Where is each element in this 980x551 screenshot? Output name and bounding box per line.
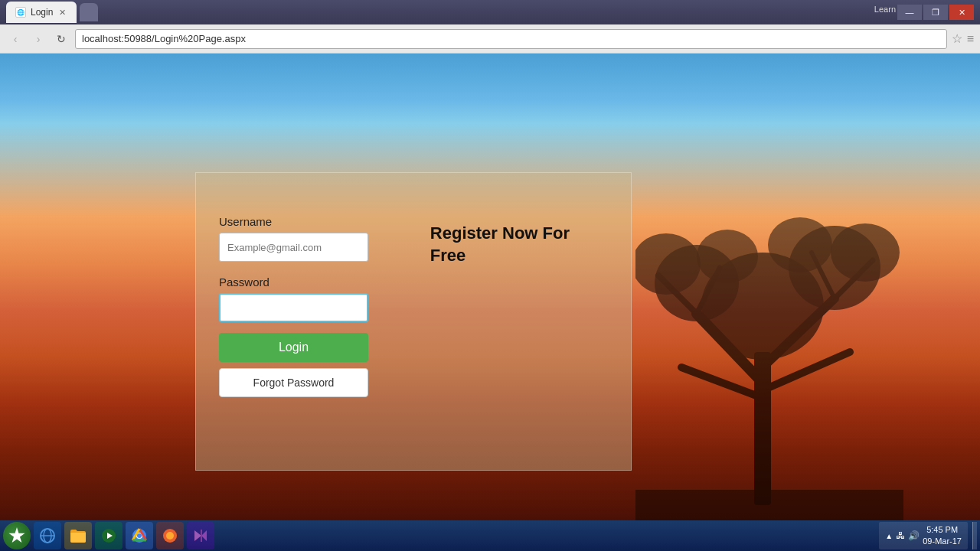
folder-icon [70, 528, 87, 543]
taskbar-ie[interactable] [34, 522, 61, 549]
username-label: Username [219, 215, 395, 228]
bookmark-icon[interactable]: ☆ [952, 31, 962, 46]
ie-icon [39, 527, 56, 544]
firefox-icon [162, 527, 178, 544]
close-button[interactable]: ✕ [949, 5, 974, 20]
username-input[interactable] [219, 233, 368, 262]
nav-bar: ‹ › ↻ ☆ ≡ [0, 24, 980, 54]
tray-volume[interactable]: 🔊 [908, 530, 920, 541]
svg-point-16 [768, 217, 832, 272]
clock: 5:45 PM 09-Mar-17 [923, 524, 962, 548]
extensions-icon[interactable]: ≡ [967, 32, 974, 46]
login-form: Username Password Login Forgot Password [219, 215, 395, 397]
tab-favicon-icon: 🌐 [15, 7, 26, 18]
title-bar: 🌐 Login ✕ Learn — ❐ ✕ [0, 0, 980, 24]
svg-point-15 [697, 230, 758, 283]
register-line2: Free [430, 245, 570, 267]
chrome-icon [131, 527, 148, 544]
svg-point-24 [137, 533, 142, 538]
tree-silhouette [635, 199, 903, 520]
show-desktop-button[interactable] [972, 522, 977, 549]
taskbar-media[interactable] [95, 522, 122, 549]
svg-rect-27 [201, 530, 202, 542]
page-content: Username Password Login Forgot Password … [0, 54, 980, 520]
sys-tray: ▲ 🖧 🔊 5:45 PM 09-Mar-17 [879, 522, 968, 549]
register-line1: Register Now For [430, 223, 570, 245]
active-tab[interactable]: 🌐 Login ✕ [6, 2, 77, 23]
svg-point-26 [166, 532, 174, 540]
media-icon [100, 527, 117, 544]
forward-button[interactable]: › [29, 30, 47, 48]
register-text: Register Now For Free [430, 223, 570, 266]
taskbar-firefox[interactable] [156, 522, 184, 549]
tray-arrow[interactable]: ▲ [885, 532, 893, 540]
browser-window: 🌐 Login ✕ Learn — ❐ ✕ ‹ › ↻ ☆ ≡ [0, 0, 980, 551]
start-button[interactable] [3, 522, 31, 549]
clock-time: 5:45 PM [923, 524, 962, 536]
start-icon [8, 527, 25, 544]
inactive-tab[interactable] [80, 3, 98, 21]
tab-close-button[interactable]: ✕ [57, 8, 67, 18]
address-bar[interactable] [75, 29, 947, 49]
taskbar-explorer[interactable] [64, 522, 92, 549]
password-label: Password [219, 276, 395, 289]
back-button[interactable]: ‹ [6, 30, 24, 48]
minimize-button[interactable]: — [897, 5, 922, 20]
window-label: Learn [874, 5, 896, 20]
forgot-password-button[interactable]: Forgot Password [219, 368, 368, 397]
taskbar-chrome[interactable] [126, 522, 153, 549]
clock-date: 09-Mar-17 [923, 536, 962, 547]
login-button[interactable]: Login [219, 333, 368, 362]
password-input[interactable] [219, 293, 368, 322]
taskbar: ▲ 🖧 🔊 5:45 PM 09-Mar-17 [0, 520, 980, 551]
window-controls: Learn — ❐ ✕ [871, 5, 974, 20]
login-panel: Username Password Login Forgot Password … [195, 172, 632, 471]
taskbar-vs[interactable] [187, 522, 214, 549]
svg-point-14 [831, 223, 900, 282]
tab-title: Login [31, 7, 53, 18]
restore-button[interactable]: ❐ [923, 5, 948, 20]
vs-icon [192, 527, 209, 544]
tray-network: 🖧 [896, 530, 905, 541]
refresh-button[interactable]: ↻ [52, 30, 70, 48]
taskbar-right: ▲ 🖧 🔊 5:45 PM 09-Mar-17 [879, 522, 977, 549]
